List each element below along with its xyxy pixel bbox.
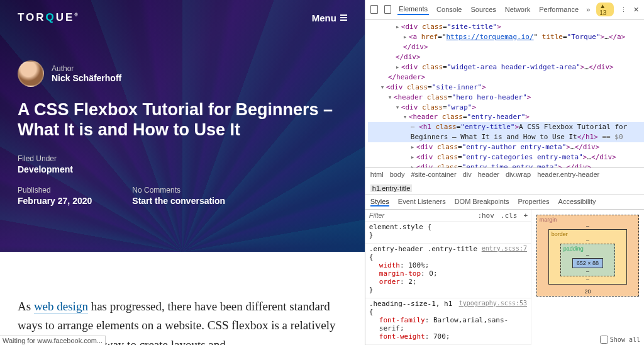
styles-filter-input[interactable] [365, 210, 475, 221]
body-text: As [18, 300, 34, 313]
crumb[interactable]: div.wrap [506, 171, 531, 178]
tab-network[interactable]: Network [504, 4, 531, 14]
crumb[interactable]: header.entry-header [537, 171, 599, 178]
logo-text: TOR [18, 11, 46, 23]
avatar [18, 60, 44, 87]
styles-rules[interactable]: :hov .cls + element.style {} entry.scss:… [365, 210, 531, 345]
tab-performance[interactable]: Performance [538, 4, 580, 14]
browser-status: Waiting for www.facebook.com... [0, 336, 106, 345]
filed-under-label: Filed Under [18, 154, 347, 163]
devtools-close-icon[interactable]: ✕ [633, 6, 639, 14]
filed-under-value[interactable]: Development [18, 164, 347, 174]
subtab-a11y[interactable]: Accessibility [558, 198, 596, 206]
styles-subtabs: Styles Event Listeners DOM Breakpoints P… [365, 195, 644, 210]
entry-title: A CSS Flexbox Tutorial for Beginners – W… [18, 99, 345, 140]
comments-link[interactable]: Start the conversation [132, 196, 225, 206]
styles-pane: :hov .cls + element.style {} entry.scss:… [365, 210, 644, 345]
subtab-props[interactable]: Properties [518, 198, 549, 206]
web-design-link[interactable]: web design [34, 300, 88, 314]
topbar: TORQUE® Menu [18, 11, 347, 24]
subtab-listeners[interactable]: Event Listeners [398, 198, 446, 206]
author-name: Nick Schäferhoff [52, 73, 121, 83]
article-body: As web design has progressed, there have… [0, 252, 365, 345]
show-all-toggle[interactable]: Show all [600, 336, 640, 344]
crumb[interactable]: body [390, 171, 405, 178]
published-value: February 27, 2020 [18, 196, 92, 206]
tab-elements[interactable]: Elements [397, 4, 429, 15]
author-label: Author [52, 64, 121, 73]
cls-toggle[interactable]: .cls [497, 212, 521, 220]
devtools-panel: Elements Console Sources Network Perform… [365, 0, 644, 345]
css-rule[interactable]: typography.scss:53 .heading--size-1, h1 … [365, 298, 531, 345]
crumb[interactable]: header [478, 171, 499, 178]
hero-header: TORQUE® Menu Author Nick Schäferhoff A C… [0, 0, 365, 252]
meta-row: Published February 27, 2020 No Comments … [18, 186, 347, 206]
crumb[interactable]: div [463, 171, 472, 178]
css-rule[interactable]: entry.scss:7 .entry-header .entry-title … [365, 244, 531, 298]
new-rule-button[interactable]: + [520, 212, 531, 220]
warnings-badge[interactable]: ▲ 13 [596, 3, 614, 16]
crumb[interactable]: html [370, 171, 384, 178]
author-row: Author Nick Schäferhoff [18, 60, 347, 87]
subtab-dom-bp[interactable]: DOM Breakpoints [455, 198, 509, 206]
webpage-viewport: TORQUE® Menu Author Nick Schäferhoff A C… [0, 0, 365, 345]
logo-text: UE [56, 11, 75, 23]
logo-text: Q [46, 11, 56, 23]
subtab-styles[interactable]: Styles [370, 198, 389, 206]
more-tabs-icon[interactable]: » [586, 6, 590, 13]
comments-label: No Comments [132, 186, 225, 195]
crumb-active[interactable]: h1.entry-title [370, 184, 413, 192]
hov-toggle[interactable]: :hov [474, 212, 497, 220]
breadcrumb[interactable]: html body #site-container div header div… [365, 167, 644, 195]
hamburger-icon [340, 14, 347, 21]
logo-mark: ® [74, 13, 79, 17]
box-model[interactable]: margin– border– padding– 652 × 88 – – 20 [531, 210, 644, 345]
tab-sources[interactable]: Sources [469, 4, 497, 14]
crumb[interactable]: #site-container [411, 171, 456, 178]
menu-label: Menu [312, 13, 336, 23]
menu-toggle[interactable]: Menu [312, 13, 347, 23]
devtools-menu-icon[interactable]: ⋮ [620, 6, 627, 14]
dom-tree[interactable]: ▸<div class="site-title"> ▸<a href="http… [365, 20, 644, 167]
inspect-icon[interactable] [370, 5, 378, 14]
published-label: Published [18, 186, 92, 195]
css-rule[interactable]: element.style {} [365, 222, 531, 244]
tab-console[interactable]: Console [435, 4, 463, 14]
devtools-tabs: Elements Console Sources Network Perform… [365, 0, 644, 20]
device-mode-icon[interactable] [384, 5, 392, 14]
site-logo[interactable]: TORQUE® [18, 11, 80, 24]
show-all-checkbox[interactable] [600, 336, 608, 344]
